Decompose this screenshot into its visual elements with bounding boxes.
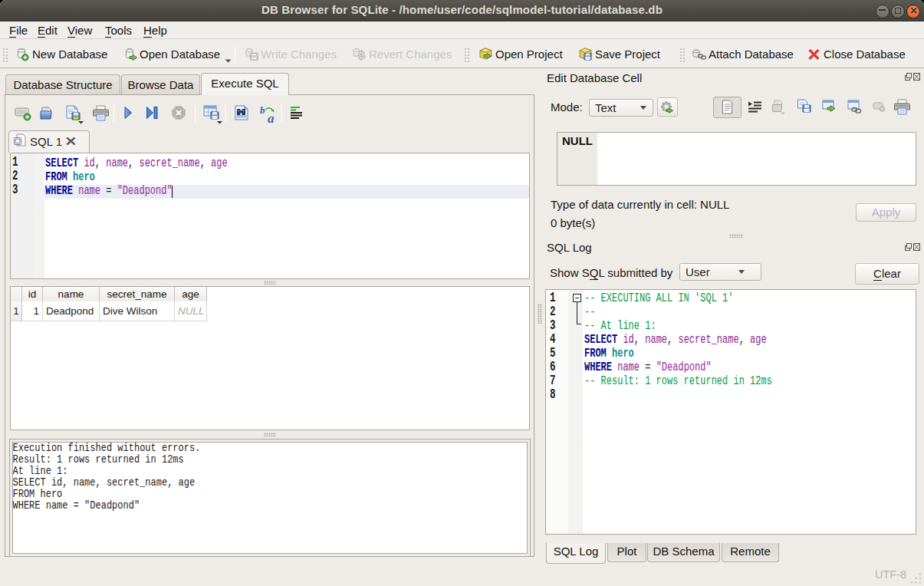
svg-text:b: b [260, 105, 265, 116]
svg-text:a: a [268, 111, 275, 123]
